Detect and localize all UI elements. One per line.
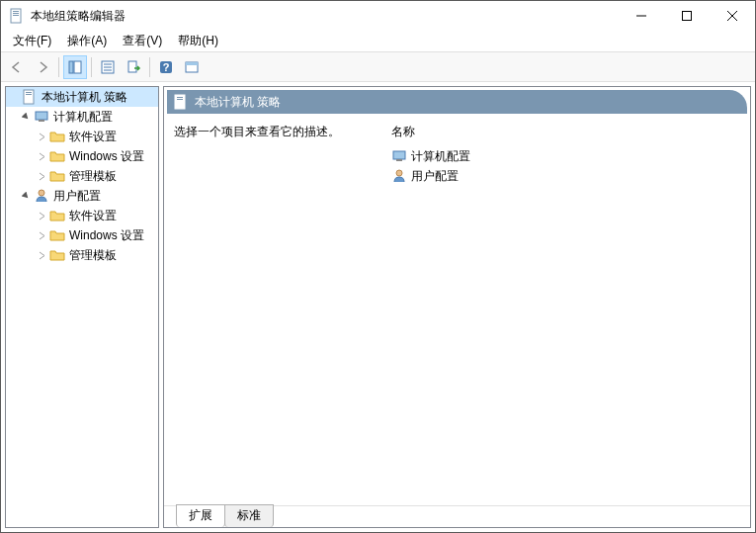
menu-help[interactable]: 帮助(H) xyxy=(170,31,226,51)
tree-admin-templates[interactable]: 管理模板 xyxy=(6,245,158,265)
chevron-right-icon[interactable] xyxy=(36,210,47,222)
tree-label: Windows 设置 xyxy=(69,148,144,165)
menu-action[interactable]: 操作(A) xyxy=(59,31,115,51)
folder-icon xyxy=(49,247,65,263)
chevron-right-icon[interactable] xyxy=(36,131,47,142)
detail-panel: 本地计算机 策略 选择一个项目来查看它的描述。 名称 计算机配置 用户配置 xyxy=(163,86,751,528)
maximize-button[interactable] xyxy=(664,1,710,31)
help-button[interactable]: ? xyxy=(154,55,178,79)
toolbar-divider xyxy=(91,57,92,77)
menu-view[interactable]: 查看(V) xyxy=(115,31,170,51)
titlebar: 本地组策略编辑器 xyxy=(1,1,755,31)
svg-rect-5 xyxy=(683,12,692,21)
detail-header-text: 本地计算机 策略 xyxy=(195,94,281,111)
folder-icon xyxy=(49,208,65,223)
toolbar: ? xyxy=(1,52,755,82)
tree-software-settings[interactable]: 软件设置 xyxy=(6,127,158,146)
svg-rect-14 xyxy=(128,61,136,72)
tree-software-settings[interactable]: 软件设置 xyxy=(6,206,158,225)
policy-icon xyxy=(173,94,189,110)
detail-header: 本地计算机 策略 xyxy=(167,90,747,114)
svg-rect-29 xyxy=(396,159,402,161)
tree-label: 软件设置 xyxy=(69,129,117,145)
tree-panel[interactable]: 本地计算机 策略 计算机配置 软件设置 Windows 设置 管理模板 xyxy=(5,86,159,528)
column-header-name[interactable]: 名称 xyxy=(391,124,740,140)
menubar: 文件(F) 操作(A) 查看(V) 帮助(H) xyxy=(1,31,755,52)
svg-point-24 xyxy=(39,190,44,196)
folder-icon xyxy=(49,227,65,243)
toolbar-divider xyxy=(149,57,150,77)
computer-icon xyxy=(391,148,407,164)
window-frame: 本地组策略编辑器 文件(F) 操作(A) 查看(V) 帮助(H) ? 本地计算机… xyxy=(0,0,756,533)
svg-rect-21 xyxy=(26,94,32,95)
svg-rect-18 xyxy=(186,62,198,65)
folder-icon xyxy=(49,129,65,144)
detail-description: 选择一个项目来查看它的描述。 xyxy=(174,124,352,495)
svg-rect-9 xyxy=(74,61,81,73)
chevron-down-icon[interactable] xyxy=(20,111,32,123)
chevron-right-icon[interactable] xyxy=(36,170,47,182)
tab-standard[interactable]: 标准 xyxy=(224,504,274,527)
toolbar-divider xyxy=(58,57,59,77)
svg-point-30 xyxy=(396,170,402,176)
tree-label: Windows 设置 xyxy=(69,227,144,244)
svg-rect-20 xyxy=(26,92,32,93)
detail-list: 名称 计算机配置 用户配置 xyxy=(391,124,740,495)
svg-rect-8 xyxy=(69,61,73,73)
folder-icon xyxy=(49,168,65,184)
tree-windows-settings[interactable]: Windows 设置 xyxy=(6,225,158,245)
user-icon xyxy=(391,168,407,184)
svg-rect-2 xyxy=(13,13,19,14)
tab-extended[interactable]: 扩展 xyxy=(176,504,225,527)
tree-label: 计算机配置 xyxy=(53,109,113,126)
app-icon xyxy=(9,8,25,24)
back-button[interactable] xyxy=(5,55,29,79)
close-button[interactable] xyxy=(710,1,755,31)
window-title: 本地组策略编辑器 xyxy=(31,8,619,25)
svg-rect-26 xyxy=(177,97,183,98)
tree-label: 管理模板 xyxy=(69,168,117,185)
detail-body: 选择一个项目来查看它的描述。 名称 计算机配置 用户配置 xyxy=(164,114,750,505)
menu-file[interactable]: 文件(F) xyxy=(5,31,59,51)
tree-windows-settings[interactable]: Windows 设置 xyxy=(6,146,158,166)
chevron-right-icon[interactable] xyxy=(36,150,47,162)
chevron-right-icon[interactable] xyxy=(36,229,47,241)
detail-tabs: 扩展 标准 xyxy=(164,505,750,527)
show-tree-button[interactable] xyxy=(63,55,87,79)
export-button[interactable] xyxy=(122,55,145,79)
svg-text:?: ? xyxy=(163,61,170,73)
tree-user-config[interactable]: 用户配置 xyxy=(6,186,158,206)
svg-rect-3 xyxy=(13,15,19,16)
user-icon xyxy=(34,188,49,204)
list-item-label: 用户配置 xyxy=(411,168,459,185)
forward-button[interactable] xyxy=(31,55,54,79)
list-item-user[interactable]: 用户配置 xyxy=(391,166,740,186)
window-controls xyxy=(619,1,755,31)
svg-rect-22 xyxy=(36,112,47,120)
svg-rect-27 xyxy=(177,99,183,100)
chevron-right-icon[interactable] xyxy=(36,249,47,261)
list-item-computer[interactable]: 计算机配置 xyxy=(391,146,740,166)
list-item-label: 计算机配置 xyxy=(411,148,470,165)
policy-icon xyxy=(22,89,38,105)
svg-rect-1 xyxy=(13,11,19,12)
tree-computer-config[interactable]: 计算机配置 xyxy=(6,107,158,127)
tree-label: 管理模板 xyxy=(69,247,117,264)
content-area: 本地计算机 策略 计算机配置 软件设置 Windows 设置 管理模板 xyxy=(1,82,755,532)
tree-root[interactable]: 本地计算机 策略 xyxy=(6,87,158,107)
tree-admin-templates[interactable]: 管理模板 xyxy=(6,166,158,186)
filter-button[interactable] xyxy=(180,55,204,79)
folder-icon xyxy=(49,148,65,164)
chevron-down-icon[interactable] xyxy=(20,190,32,202)
svg-rect-28 xyxy=(393,151,405,159)
computer-icon xyxy=(34,109,49,125)
svg-rect-23 xyxy=(39,120,44,122)
expander-icon xyxy=(8,91,20,103)
minimize-button[interactable] xyxy=(619,1,664,31)
tree-label: 本地计算机 策略 xyxy=(42,89,127,106)
properties-button[interactable] xyxy=(96,55,120,79)
tree-label: 软件设置 xyxy=(69,208,117,224)
tree-label: 用户配置 xyxy=(53,188,101,205)
